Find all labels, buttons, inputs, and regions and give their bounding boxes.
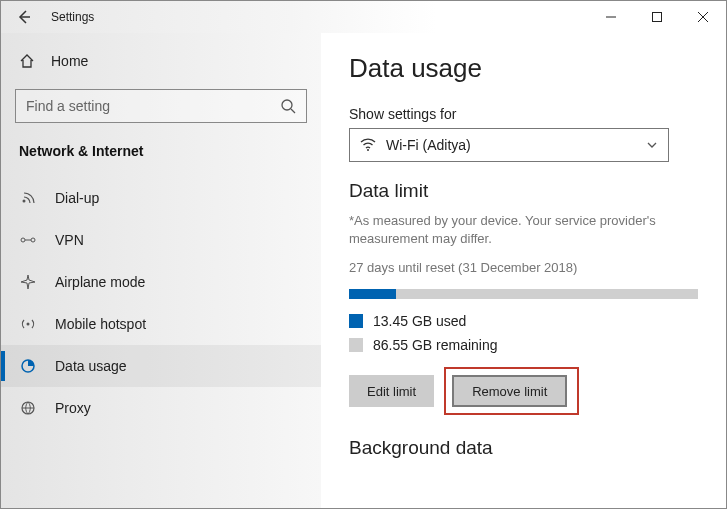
- limit-button-row: Edit limit Remove limit: [349, 367, 698, 415]
- swatch-remaining: [349, 338, 363, 352]
- nav-label: Mobile hotspot: [55, 316, 146, 332]
- network-selected: Wi-Fi (Aditya): [386, 137, 471, 153]
- sidebar-item-vpn[interactable]: VPN: [1, 219, 321, 261]
- window-title: Settings: [51, 10, 94, 24]
- vpn-icon: [19, 232, 37, 248]
- sidebar-home-label: Home: [51, 53, 88, 69]
- minimize-icon: [606, 12, 616, 22]
- nav-label: Airplane mode: [55, 274, 145, 290]
- section-background-data: Background data: [349, 437, 698, 459]
- maximize-button[interactable]: [634, 1, 680, 33]
- used-label: 13.45 GB used: [373, 313, 466, 329]
- sidebar-item-dialup[interactable]: Dial-up: [1, 177, 321, 219]
- close-button[interactable]: [680, 1, 726, 33]
- swatch-used: [349, 314, 363, 328]
- nav-label: Data usage: [55, 358, 127, 374]
- sidebar-home[interactable]: Home: [1, 41, 321, 81]
- titlebar: Settings: [1, 1, 726, 33]
- svg-point-1: [282, 100, 292, 110]
- svg-point-3: [21, 238, 25, 242]
- home-icon: [19, 53, 35, 69]
- sidebar-item-hotspot[interactable]: Mobile hotspot: [1, 303, 321, 345]
- usage-bar: [349, 289, 698, 299]
- reset-text: 27 days until reset (31 December 2018): [349, 260, 698, 275]
- proxy-icon: [19, 400, 37, 416]
- page-title: Data usage: [349, 53, 698, 84]
- remove-limit-highlight: Remove limit: [444, 367, 579, 415]
- nav-label: Proxy: [55, 400, 91, 416]
- svg-point-8: [367, 149, 369, 151]
- legend-remaining: 86.55 GB remaining: [349, 337, 698, 353]
- network-dropdown[interactable]: Wi-Fi (Aditya): [349, 128, 669, 162]
- usage-bar-fill: [349, 289, 396, 299]
- svg-point-2: [23, 200, 26, 203]
- content-pane: Data usage Show settings for Wi-Fi (Adit…: [321, 33, 726, 508]
- back-button[interactable]: [1, 1, 47, 33]
- close-icon: [698, 12, 708, 22]
- remaining-label: 86.55 GB remaining: [373, 337, 498, 353]
- sidebar: Home Network & Internet Dial-up VPN Airp…: [1, 33, 321, 508]
- svg-point-5: [27, 323, 30, 326]
- sidebar-item-proxy[interactable]: Proxy: [1, 387, 321, 429]
- maximize-icon: [652, 12, 662, 22]
- edit-limit-button[interactable]: Edit limit: [349, 375, 434, 407]
- search-icon: [280, 98, 296, 114]
- remove-limit-button[interactable]: Remove limit: [452, 375, 567, 407]
- minimize-button[interactable]: [588, 1, 634, 33]
- nav-label: VPN: [55, 232, 84, 248]
- legend-used: 13.45 GB used: [349, 313, 698, 329]
- airplane-icon: [19, 274, 37, 290]
- datausage-icon: [19, 358, 37, 374]
- nav-label: Dial-up: [55, 190, 99, 206]
- search-box[interactable]: [15, 89, 307, 123]
- hotspot-icon: [19, 316, 37, 332]
- svg-point-4: [31, 238, 35, 242]
- wifi-icon: [360, 138, 376, 152]
- chevron-down-icon: [646, 139, 658, 151]
- section-data-limit: Data limit: [349, 180, 698, 202]
- sidebar-group-title: Network & Internet: [1, 137, 321, 177]
- limit-note: *As measured by your device. Your servic…: [349, 212, 698, 248]
- dialup-icon: [19, 190, 37, 206]
- svg-rect-0: [653, 13, 662, 22]
- search-input[interactable]: [26, 98, 280, 114]
- arrow-left-icon: [16, 9, 32, 25]
- sidebar-item-airplane[interactable]: Airplane mode: [1, 261, 321, 303]
- sidebar-item-datausage[interactable]: Data usage: [1, 345, 321, 387]
- show-settings-label: Show settings for: [349, 106, 698, 122]
